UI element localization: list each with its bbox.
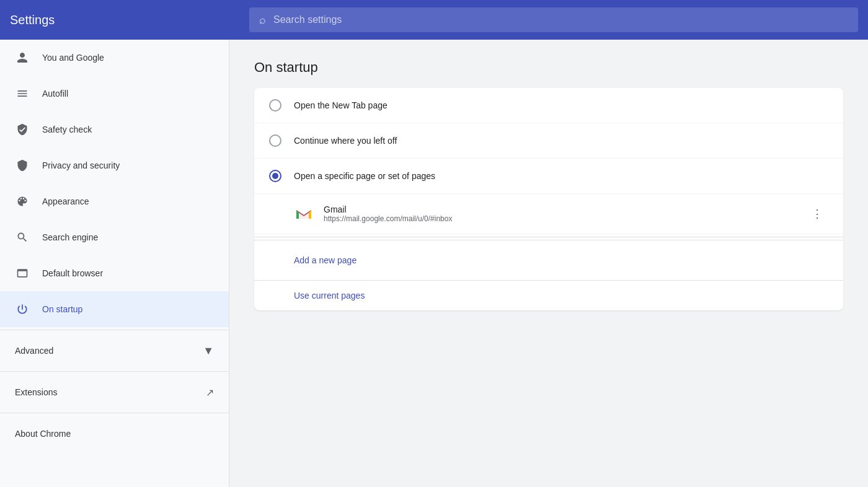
gmail-icon [294, 204, 314, 224]
settings-title: Settings [10, 13, 239, 27]
privacy-icon [15, 158, 30, 173]
radio-label-specific-pages: Open a specific page or set of pages [294, 171, 435, 181]
radio-option-new-tab[interactable]: Open the New Tab page [254, 88, 843, 123]
divider-extensions [0, 371, 229, 372]
startup-options-card: Open the New Tab page Continue where you… [254, 88, 843, 310]
gmail-more-button[interactable]: ⋮ [806, 203, 828, 225]
radio-circle-new-tab [269, 99, 281, 112]
palette-icon [15, 194, 30, 209]
gmail-page-info: Gmail https://mail.google.com/mail/u/0/#… [324, 204, 796, 223]
use-current-section: Use current pages [254, 280, 843, 310]
sidebar-label-privacy-security: Privacy and security [42, 160, 120, 170]
chevron-down-icon: ▼ [203, 344, 214, 358]
browser-icon [15, 266, 30, 281]
startup-page-gmail: Gmail https://mail.google.com/mail/u/0/#… [254, 194, 843, 234]
person-icon [15, 50, 30, 65]
search-input[interactable] [273, 14, 848, 25]
external-link-icon: ↗ [206, 387, 214, 398]
sidebar-label-appearance: Appearance [42, 196, 89, 206]
gmail-url: https://mail.google.com/mail/u/0/#inbox [324, 214, 796, 223]
sidebar-label-safety-check: Safety check [42, 125, 92, 134]
sidebar-item-search-engine[interactable]: Search engine [0, 219, 229, 255]
sidebar-item-privacy-security[interactable]: Privacy and security [0, 147, 229, 183]
sidebar-item-extensions[interactable]: Extensions ↗ [0, 374, 229, 410]
body: You and Google Autofill Safety check Pri… [0, 40, 868, 487]
divider-about [0, 413, 229, 413]
sidebar: You and Google Autofill Safety check Pri… [0, 40, 229, 487]
radio-label-new-tab: Open the New Tab page [294, 100, 388, 110]
search-bar[interactable]: ⌕ [249, 7, 858, 32]
radio-option-specific-pages[interactable]: Open a specific page or set of pages [254, 159, 843, 194]
sidebar-item-on-startup[interactable]: On startup [0, 291, 229, 327]
radio-circle-continue [269, 134, 281, 147]
sidebar-item-appearance[interactable]: Appearance [0, 183, 229, 219]
sidebar-label-autofill: Autofill [42, 89, 68, 99]
divider-advanced [0, 330, 229, 330]
sidebar-label-on-startup: On startup [42, 304, 82, 314]
sidebar-label-extensions: Extensions [15, 387, 57, 397]
sidebar-item-autofill[interactable]: Autofill [0, 76, 229, 112]
sidebar-label-search-engine: Search engine [42, 232, 98, 242]
use-current-pages-button[interactable]: Use current pages [254, 281, 379, 310]
link-section: Add a new page [254, 240, 843, 280]
gmail-name: Gmail [324, 204, 796, 214]
sidebar-item-default-browser[interactable]: Default browser [0, 255, 229, 291]
sidebar-item-advanced[interactable]: Advanced ▼ [0, 333, 229, 369]
advanced-label: Advanced [15, 346, 53, 356]
shield-icon [15, 122, 30, 137]
sidebar-label-you-and-google: You and Google [42, 53, 104, 63]
sidebar-item-you-and-google[interactable]: You and Google [0, 40, 229, 76]
radio-option-continue[interactable]: Continue where you left off [254, 123, 843, 159]
radio-label-continue: Continue where you left off [294, 136, 397, 146]
divider-links [254, 237, 843, 237]
radio-circle-specific-pages [269, 170, 281, 182]
sidebar-label-about-chrome: About Chrome [15, 429, 71, 439]
search-icon: ⌕ [259, 14, 266, 27]
sidebar-item-about-chrome[interactable]: About Chrome [0, 416, 229, 452]
add-new-page-button[interactable]: Add a new page [254, 245, 371, 275]
search-engine-icon [15, 230, 30, 245]
main-content: On startup Open the New Tab page Continu… [229, 40, 868, 487]
sidebar-label-default-browser: Default browser [42, 268, 103, 278]
power-icon [15, 302, 30, 317]
header: Settings ⌕ [0, 0, 868, 40]
autofill-icon [15, 86, 30, 101]
sidebar-item-safety-check[interactable]: Safety check [0, 112, 229, 147]
page-title: On startup [254, 59, 843, 76]
